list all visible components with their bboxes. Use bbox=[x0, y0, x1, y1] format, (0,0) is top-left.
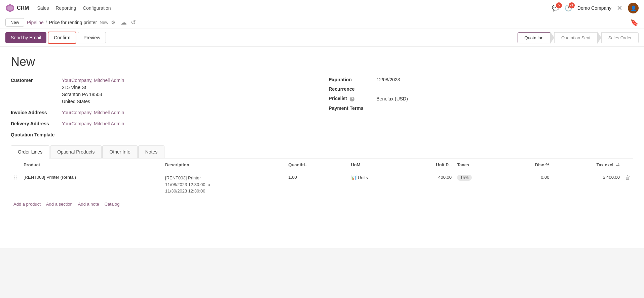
tab-optional-products[interactable]: Optional Products bbox=[50, 145, 102, 158]
pricelist-label: Pricelist ? bbox=[329, 96, 373, 101]
pricelist-help-icon[interactable]: ? bbox=[350, 97, 354, 101]
topnav-right: 💬 5 🕐 21 Demo Company ✕ 👤 bbox=[552, 3, 639, 13]
status-pipeline: Quotation Quotation Sent Sales Order bbox=[518, 32, 639, 44]
pricelist-value[interactable]: Benelux (USD) bbox=[377, 96, 408, 101]
columns-settings-button[interactable]: ⇄ bbox=[616, 162, 620, 167]
customer-value: YourCompany, Mitchell Admin 215 Vine St … bbox=[62, 77, 124, 105]
table-row: ⠿ [RENT003] Printer (Rental) [RENT003] P… bbox=[11, 171, 633, 198]
payment-terms-field: Payment Terms bbox=[329, 105, 634, 111]
expiration-value[interactable]: 12/08/2023 bbox=[377, 77, 400, 82]
breadcrumb-pipeline[interactable]: Pipeline bbox=[27, 20, 44, 25]
company-name: Demo Company bbox=[577, 5, 611, 11]
settings-gear-icon[interactable]: ⚙ bbox=[111, 19, 115, 26]
product-cell[interactable]: [RENT003] Printer (Rental) bbox=[21, 171, 162, 198]
confirm-button[interactable]: Confirm bbox=[48, 32, 76, 44]
pipeline-arrow-1 bbox=[550, 32, 554, 44]
customer-field: Customer YourCompany, Mitchell Admin 215… bbox=[11, 77, 315, 105]
crm-logo-icon bbox=[5, 3, 15, 13]
messages-button[interactable]: 💬 5 bbox=[552, 4, 559, 12]
app-name-label: CRM bbox=[17, 5, 29, 11]
recurrence-label: Recurrence bbox=[329, 86, 373, 92]
expiration-field: Expiration 12/08/2023 bbox=[329, 77, 634, 82]
col-description-header: Description bbox=[162, 159, 286, 171]
description-cell[interactable]: [RENT003] Printer 11/08/2023 12:30:00 to… bbox=[162, 171, 286, 198]
bookmark-icon[interactable]: 🔖 bbox=[630, 18, 639, 27]
right-form-fields: Expiration 12/08/2023 Recurrence Priceli… bbox=[329, 77, 634, 137]
pipeline-step-quotation-sent[interactable]: Quotation Sent bbox=[554, 32, 598, 43]
expiration-label: Expiration bbox=[329, 77, 373, 82]
pricelist-field: Pricelist ? Benelux (USD) bbox=[329, 96, 634, 101]
add-row-actions: Add a product Add a section Add a note C… bbox=[11, 198, 633, 210]
unit-price-cell[interactable]: 400.00 bbox=[403, 171, 454, 198]
tax-excl-cell[interactable]: $ 400.00 bbox=[552, 171, 622, 198]
recurrence-field: Recurrence bbox=[329, 86, 634, 92]
catalog-link[interactable]: Catalog bbox=[105, 202, 120, 207]
pipeline-step-quotation[interactable]: Quotation bbox=[518, 32, 551, 43]
address-line1: 215 Vine St bbox=[62, 84, 124, 91]
add-section-link[interactable]: Add a section bbox=[46, 202, 73, 207]
quantity-cell[interactable]: 1.00 bbox=[286, 171, 348, 198]
upload-icon[interactable]: ☁ bbox=[121, 19, 127, 26]
drag-handle[interactable]: ⠿ bbox=[13, 175, 17, 181]
action-bar: Send by Email Confirm Preview Quotation … bbox=[0, 29, 644, 47]
toolbar-icons: ☁ ↺ bbox=[121, 19, 136, 26]
tab-notes[interactable]: Notes bbox=[138, 145, 165, 158]
top-navigation: CRM Sales Reporting Configuration 💬 5 🕐 … bbox=[0, 0, 644, 16]
col-actions bbox=[622, 159, 633, 171]
col-taxes-header: Taxes bbox=[454, 159, 504, 171]
col-unitprice-header: Unit P... bbox=[403, 159, 454, 171]
col-taxexcl-header: Tax excl. ⇄ bbox=[552, 159, 622, 171]
tab-other-info[interactable]: Other Info bbox=[102, 145, 137, 158]
disc-cell[interactable]: 0.00 bbox=[504, 171, 552, 198]
invoice-value[interactable]: YourCompany, Mitchell Admin bbox=[62, 109, 124, 116]
pipeline-arrow-2 bbox=[597, 32, 601, 44]
add-product-link[interactable]: Add a product bbox=[13, 202, 41, 207]
delivery-value[interactable]: YourCompany, Mitchell Admin bbox=[62, 120, 124, 127]
tax-badge: 15% bbox=[457, 175, 472, 181]
left-form-fields: Customer YourCompany, Mitchell Admin 215… bbox=[11, 77, 315, 137]
invoice-address-field: Invoice Address YourCompany, Mitchell Ad… bbox=[11, 109, 315, 116]
taxes-cell[interactable]: 15% bbox=[454, 171, 504, 198]
app-logo[interactable]: CRM bbox=[5, 3, 29, 13]
breadcrumb-separator: / bbox=[46, 20, 47, 25]
col-disc-header: Disc.% bbox=[504, 159, 552, 171]
tab-order-lines[interactable]: Order Lines bbox=[11, 145, 49, 159]
nav-links: Sales Reporting Configuration bbox=[37, 4, 111, 12]
undo-icon[interactable]: ↺ bbox=[131, 19, 136, 26]
uom-cell[interactable]: 📊 Units bbox=[348, 171, 403, 198]
col-uom-header: UoM bbox=[348, 159, 403, 171]
send-email-button[interactable]: Send by Email bbox=[5, 32, 46, 43]
customer-label: Customer bbox=[11, 77, 58, 83]
nav-sales[interactable]: Sales bbox=[37, 4, 49, 12]
order-lines-table: Product Description Quantiti... UoM Unit… bbox=[11, 159, 633, 198]
tabs: Order Lines Optional Products Other Info… bbox=[11, 145, 633, 159]
pipeline-step-sales-order[interactable]: Sales Order bbox=[601, 32, 639, 43]
address-country: United States bbox=[62, 98, 124, 105]
user-avatar[interactable]: 👤 bbox=[628, 3, 639, 13]
record-title: New bbox=[11, 55, 633, 69]
add-note-link[interactable]: Add a note bbox=[78, 202, 99, 207]
quotation-template-field: Quotation Template bbox=[11, 131, 315, 137]
delivery-label: Delivery Address bbox=[11, 120, 58, 126]
form-fields: Customer YourCompany, Mitchell Admin 215… bbox=[11, 77, 633, 137]
nav-reporting[interactable]: Reporting bbox=[55, 4, 76, 12]
delivery-address-field: Delivery Address YourCompany, Mitchell A… bbox=[11, 120, 315, 127]
main-content: New Customer YourCompany, Mitchell Admin… bbox=[0, 47, 644, 248]
nav-configuration[interactable]: Configuration bbox=[83, 4, 111, 12]
address-line2: Scranton PA 18503 bbox=[62, 91, 124, 98]
breadcrumb: Pipeline / Price for renting printer bbox=[27, 20, 97, 25]
col-quantity-header: Quantiti... bbox=[286, 159, 348, 171]
preview-button[interactable]: Preview bbox=[78, 32, 106, 43]
activities-button[interactable]: 🕐 21 bbox=[565, 4, 572, 12]
close-button[interactable]: ✕ bbox=[617, 4, 622, 12]
rental-icon: 📊 bbox=[351, 175, 356, 180]
messages-badge: 5 bbox=[556, 2, 562, 8]
delete-row-button[interactable]: 🗑 bbox=[625, 175, 631, 181]
col-product-header: Product bbox=[21, 159, 162, 171]
invoice-label: Invoice Address bbox=[11, 109, 58, 115]
breadcrumb-current: Price for renting printer bbox=[49, 20, 97, 25]
col-drag bbox=[11, 159, 21, 171]
new-button[interactable]: New bbox=[5, 18, 24, 27]
customer-name[interactable]: YourCompany, Mitchell Admin bbox=[62, 78, 124, 83]
quotation-template-label: Quotation Template bbox=[11, 131, 58, 137]
